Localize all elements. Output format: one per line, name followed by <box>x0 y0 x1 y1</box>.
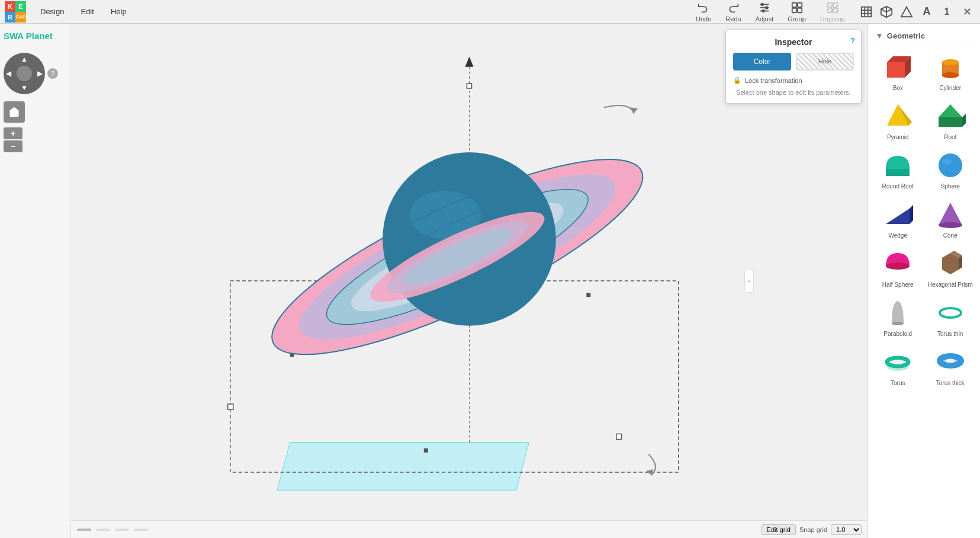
canvas-area[interactable]: Inspector ? Color Hole 🔒 Lock transforma… <box>71 24 867 538</box>
svg-rect-9 <box>797 8 801 12</box>
shape-label-pyramid: Pyramid <box>887 134 909 140</box>
logo-cad: CAD <box>15 12 26 23</box>
panel-collapse-button[interactable]: › <box>744 269 754 293</box>
group-button[interactable]: Group <box>782 0 812 24</box>
undo-button[interactable]: Undo <box>690 0 717 24</box>
panel-header-title: Geometric <box>887 31 925 40</box>
svg-point-61 <box>939 153 962 177</box>
svg-point-3 <box>761 3 763 5</box>
svg-marker-65 <box>939 203 962 225</box>
zoom-in-button[interactable]: + <box>4 127 23 139</box>
nav-up[interactable]: ▲ <box>21 55 28 63</box>
logo-e: E <box>15 1 26 12</box>
shapes-panel: ▼ Geometric Box Cylinder <box>867 24 980 538</box>
svg-marker-70 <box>959 255 962 270</box>
shape-item-roof[interactable]: Roof <box>926 97 976 144</box>
nav-right[interactable]: ▶ <box>37 69 43 78</box>
zoom-out-button[interactable]: − <box>4 140 23 152</box>
lock-label: Lock transformation <box>745 77 802 84</box>
snap-grid-label: Snap grid <box>799 526 827 533</box>
svg-point-78 <box>946 359 955 363</box>
logo[interactable]: K E R CAD <box>5 1 26 23</box>
navigation-control[interactable]: ▲ ▼ ◀ ▶ <box>4 53 45 94</box>
svg-marker-20 <box>901 7 912 17</box>
shapes-icon[interactable] <box>898 4 915 20</box>
nav-left[interactable]: ◀ <box>6 69 11 78</box>
inspector-buttons: Color Hole <box>733 53 854 71</box>
ruler-icon[interactable]: 1 <box>939 4 955 20</box>
shapes-grid: Box Cylinder Pyramid <box>870 48 978 390</box>
help-badge[interactable]: ? <box>47 68 58 79</box>
svg-rect-35 <box>467 84 471 88</box>
svg-rect-11 <box>833 2 837 7</box>
shape-label-torus-thin: Torus thin <box>937 331 963 337</box>
topbar: K E R CAD Design Edit Help Undo Redo Adj… <box>0 0 980 24</box>
svg-rect-13 <box>833 8 837 12</box>
svg-rect-24 <box>277 443 529 491</box>
shape-item-wedge[interactable]: Wedge <box>873 196 923 242</box>
nav-down[interactable]: ▼ <box>21 84 28 92</box>
shape-label-half-sphere: Half Sphere <box>882 281 914 288</box>
main-area: SWA Planet ▲ ▼ ◀ ▶ ? + − <box>0 24 980 538</box>
home-view-button[interactable] <box>4 101 25 123</box>
shape-item-cylinder[interactable]: Cylinder <box>926 48 976 95</box>
bottom-tab-4[interactable] <box>134 529 148 531</box>
shape-item-half-sphere[interactable]: Half Sphere <box>873 245 923 292</box>
bottom-tab-1[interactable] <box>77 529 91 531</box>
3d-box-icon[interactable] <box>878 4 895 20</box>
snap-grid-select[interactable]: 1.0 0.5 2.0 5.0 10.0 <box>831 524 862 535</box>
color-button[interactable]: Color <box>733 53 791 71</box>
svg-rect-6 <box>792 2 796 7</box>
shape-item-pyramid[interactable]: Pyramid <box>873 97 923 144</box>
adjust-button[interactable]: Adjust <box>750 0 780 24</box>
svg-rect-32 <box>586 293 590 297</box>
panel-header-icon: ▼ <box>875 31 883 40</box>
svg-rect-49 <box>887 62 905 78</box>
shape-label-box: Box <box>893 85 903 91</box>
svg-rect-12 <box>828 8 832 12</box>
menu-help[interactable]: Help <box>104 5 134 18</box>
svg-rect-30 <box>424 449 428 453</box>
nav-circle: ▲ ▼ ◀ ▶ <box>4 53 45 94</box>
nav-inner-circle <box>17 66 32 81</box>
svg-point-54 <box>942 72 959 78</box>
svg-point-5 <box>762 9 764 12</box>
text-icon[interactable]: A <box>918 4 935 20</box>
shape-label-sphere: Sphere <box>941 183 960 190</box>
logo-r: R <box>5 12 15 23</box>
inspector-help-button[interactable]: ? <box>850 36 855 45</box>
shape-item-cone[interactable]: Cone <box>926 196 976 242</box>
shape-item-torus-thin[interactable]: Torus thin <box>926 294 976 341</box>
bottom-tab-3[interactable] <box>115 529 129 531</box>
shape-item-paraboloid[interactable]: Paraboloid <box>873 294 923 341</box>
svg-marker-57 <box>939 104 962 117</box>
shape-item-round-roof[interactable]: Round Roof <box>873 146 923 193</box>
menu-edit[interactable]: Edit <box>73 5 101 18</box>
redo-button[interactable]: Redo <box>719 0 747 24</box>
ungroup-button[interactable]: Ungroup <box>814 0 851 24</box>
close-icon[interactable]: ✕ <box>959 4 975 20</box>
svg-rect-8 <box>792 8 796 12</box>
grid-icon[interactable] <box>858 4 875 20</box>
svg-point-62 <box>942 159 952 165</box>
bottom-tab-2[interactable] <box>96 529 110 531</box>
shape-item-torus[interactable]: Torus <box>873 343 923 390</box>
bottom-bar: Edit grid Snap grid 1.0 0.5 2.0 5.0 10.0 <box>71 520 867 538</box>
shape-item-box[interactable]: Box <box>873 48 923 95</box>
svg-rect-28 <box>616 434 622 439</box>
shape-item-torus-thick[interactable]: Torus thick <box>926 343 976 390</box>
menu-design[interactable]: Design <box>33 5 71 18</box>
panel-header: ▼ Geometric <box>870 28 978 43</box>
shape-label-torus-thick: Torus thick <box>936 380 965 386</box>
shape-item-hexagonal-prism[interactable]: Hexagonal Prism <box>926 245 976 292</box>
svg-marker-64 <box>910 205 913 224</box>
svg-rect-7 <box>797 2 801 7</box>
svg-rect-10 <box>828 2 832 7</box>
shape-label-cylinder: Cylinder <box>939 85 961 91</box>
shape-item-sphere[interactable]: Sphere <box>926 146 976 193</box>
svg-point-67 <box>886 262 910 270</box>
svg-point-75 <box>891 360 904 364</box>
edit-grid-button[interactable]: Edit grid <box>761 524 796 535</box>
hole-button[interactable]: Hole <box>796 53 854 71</box>
svg-point-72 <box>940 308 961 318</box>
